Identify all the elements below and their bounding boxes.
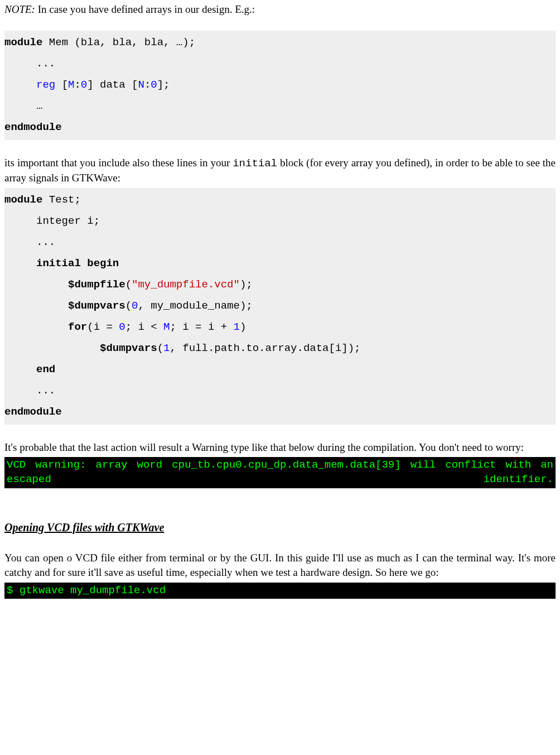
kw-module: module <box>4 36 42 49</box>
code-line: module Test; <box>4 189 556 210</box>
const-0: 0 <box>119 321 125 333</box>
code-text: : <box>74 79 80 91</box>
code-text: ( <box>125 278 132 291</box>
const-0: 0 <box>81 79 87 91</box>
terminal-warning: VCD warning: array word cpu_tb.cpu0.cpu_… <box>4 457 556 488</box>
code-line: module Mem (bla, bla, bla, …); <box>4 32 556 53</box>
inline-code-initial: initial <box>233 157 277 170</box>
kw-dumpvars: $dumpvars <box>4 300 125 312</box>
heading-opening-vcd: Opening VCD files with GTKWave <box>4 520 556 535</box>
code-line: $dumpfile("my_dumpfile.vcd"); <box>4 274 556 295</box>
code-text: ( <box>157 342 163 354</box>
paragraph-warning: It's probable that the last action will … <box>4 440 556 455</box>
kw-dumpfile: $dumpfile <box>4 278 125 291</box>
kw-for: for <box>4 321 87 333</box>
code-line: ... <box>4 53 556 74</box>
code-text: , full.path.to.array.data[i]); <box>170 342 360 354</box>
code-text: Mem (bla, bla, bla, …); <box>42 36 195 49</box>
kw-module: module <box>4 194 42 206</box>
code-line: ... <box>4 380 556 401</box>
paragraph-initial-block: its important that you include also thes… <box>4 156 556 186</box>
code-line: for(i = 0; i < M; i = i + 1) <box>4 316 556 338</box>
const-0: 0 <box>151 79 157 91</box>
code-text <box>4 79 36 91</box>
const-M: M <box>163 321 170 333</box>
code-text: [ <box>55 79 68 91</box>
note-text: In case you have defined arrays in our d… <box>35 3 255 15</box>
str-dumpfile: "my_dumpfile.vcd" <box>132 278 240 291</box>
code-block-2: module Test; integer i; ... initial begi… <box>4 188 556 425</box>
code-line: $dumpvars(0, my_module_name); <box>4 295 556 316</box>
code-line: ... <box>4 232 556 253</box>
paragraph-open-vcd: You can open o VCD file either from term… <box>4 551 556 580</box>
code-text: : <box>144 79 151 91</box>
code-text: ; i = i + <box>170 321 233 333</box>
const-1: 1 <box>163 342 170 354</box>
code-text: ); <box>240 278 253 291</box>
note-paragraph: NOTE: In case you have defined arrays in… <box>4 2 556 17</box>
kw-reg: reg <box>36 79 55 91</box>
note-label: NOTE: <box>4 3 35 15</box>
code-text: ) <box>240 321 246 333</box>
kw-end: end <box>4 359 556 380</box>
code-text: Test; <box>42 194 80 206</box>
code-block-1: module Mem (bla, bla, bla, …); ... reg [… <box>4 31 556 140</box>
kw-endmodule: endmodule <box>4 117 556 138</box>
code-text: ; i < <box>125 321 163 333</box>
const-1: 1 <box>234 321 240 333</box>
code-text: ] data [ <box>87 79 138 91</box>
const-0: 0 <box>132 300 138 312</box>
code-line: … <box>4 95 556 117</box>
code-line: reg [M:0] data [N:0]; <box>4 74 556 95</box>
code-line: integer i; <box>4 210 556 232</box>
code-line: initial begin <box>4 253 556 274</box>
code-line: $dumpvars(1, full.path.to.array.data[i])… <box>4 338 556 359</box>
terminal-command: $ gtkwave my_dumpfile.vcd <box>4 583 556 599</box>
code-text: ( <box>125 300 132 312</box>
code-text: ]; <box>157 79 170 91</box>
code-text: (i = <box>87 321 119 333</box>
para-text: its important that you include also thes… <box>4 157 233 169</box>
const-M: M <box>68 79 74 91</box>
kw-dumpvars: $dumpvars <box>4 342 157 354</box>
const-N: N <box>138 79 144 91</box>
code-text: , my_module_name); <box>138 300 252 312</box>
kw-endmodule: endmodule <box>4 401 556 422</box>
